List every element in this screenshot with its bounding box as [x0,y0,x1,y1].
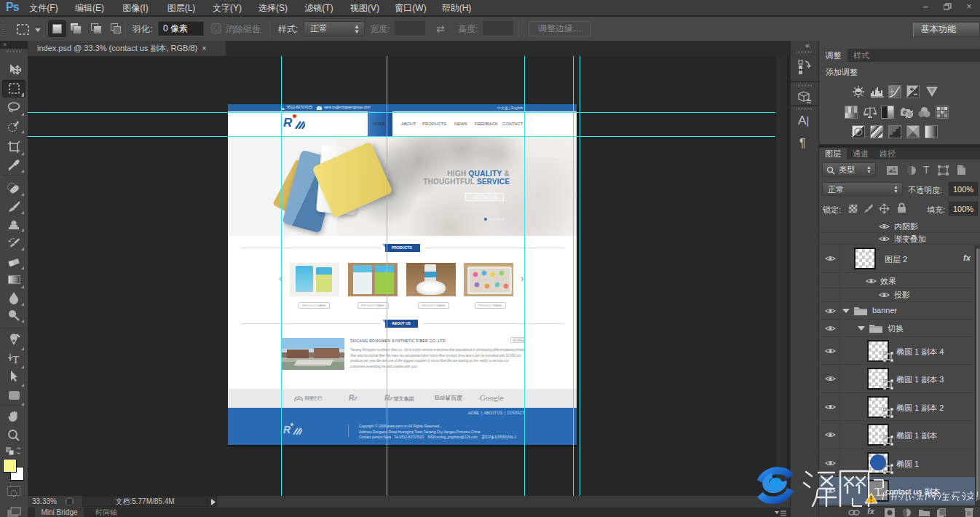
svg-text:T: T [12,354,19,366]
